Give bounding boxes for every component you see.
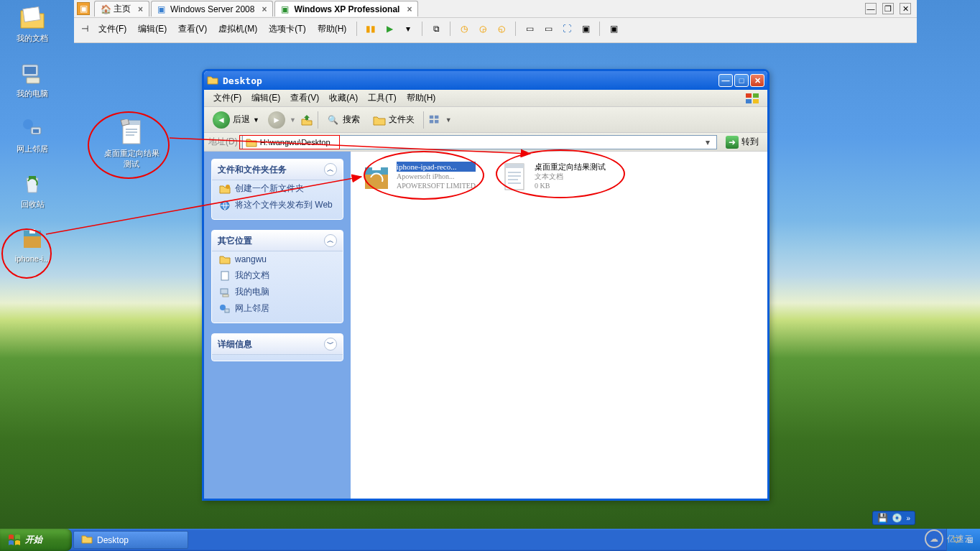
- close-icon[interactable]: ×: [262, 4, 267, 14]
- vm-tab-label: Windows XP Professional: [294, 4, 399, 14]
- vm-menu-file[interactable]: 文件(F): [94, 21, 131, 37]
- go-button[interactable]: ➜ 转到: [721, 134, 763, 150]
- go-label: 转到: [741, 136, 759, 148]
- close-button[interactable]: ✕: [900, 3, 911, 14]
- device-dropdown-icon[interactable]: »: [906, 514, 910, 522]
- tasks-header[interactable]: 文件和文件夹任务 ︿: [212, 159, 343, 180]
- vm-menu-vm[interactable]: 虚拟机(M): [214, 21, 262, 37]
- svg-rect-21: [435, 115, 438, 119]
- address-input[interactable]: [260, 138, 702, 147]
- start-button[interactable]: 开始: [0, 529, 72, 551]
- place-network[interactable]: 网上邻居: [212, 300, 343, 317]
- device-hdd-icon[interactable]: 💾: [877, 513, 888, 523]
- place-wangwu[interactable]: wangwu: [212, 251, 343, 267]
- tray-display-icon[interactable]: 🖥: [966, 535, 974, 545]
- maximize-button[interactable]: □: [734, 74, 749, 87]
- forward-icon: ►: [268, 111, 285, 129]
- power-play-icon[interactable]: ▶: [382, 21, 397, 37]
- titlebar[interactable]: Desktop — □ ✕: [204, 71, 767, 90]
- dropdown-icon[interactable]: ▼: [445, 116, 452, 124]
- snapshot-icon[interactable]: ⧉: [428, 21, 444, 37]
- computer-icon: [219, 287, 231, 298]
- menu-view[interactable]: 查看(V): [285, 91, 324, 106]
- menu-tools[interactable]: 工具(T): [363, 91, 401, 106]
- network-icon: [19, 115, 46, 142]
- close-icon[interactable]: ×: [407, 4, 412, 14]
- vm-tab-xp[interactable]: ▣ Windows XP Professional ×: [274, 1, 418, 17]
- views-button[interactable]: [428, 114, 441, 126]
- pin-icon[interactable]: ⊣: [78, 22, 91, 35]
- dropdown-icon[interactable]: ▾: [702, 137, 713, 147]
- console-icon[interactable]: ▭: [540, 21, 556, 37]
- other-places-header[interactable]: 其它位置 ︿: [212, 231, 343, 251]
- snapshot-take-icon[interactable]: ◷: [456, 21, 472, 37]
- icon-label: 桌面重定向结果测试: [103, 148, 160, 170]
- dropdown-icon[interactable]: ▼: [290, 116, 296, 124]
- file-desc: Apowersoft iPhon...: [397, 172, 476, 181]
- search-button[interactable]: 🔍 搜索: [323, 111, 364, 129]
- snapshot-revert-icon[interactable]: ◶: [475, 21, 491, 37]
- vm-tab-server2008[interactable]: ▣ Windows Server 2008 ×: [151, 1, 273, 17]
- minimize-button[interactable]: —: [865, 3, 877, 14]
- folders-button[interactable]: 文件夹: [369, 111, 419, 129]
- desktop-txtfile[interactable]: 桌面重定向结果测试: [103, 119, 160, 170]
- minimize-button[interactable]: —: [718, 74, 733, 87]
- tray-shield-icon[interactable]: 🛡: [953, 535, 961, 545]
- thumbnail-icon[interactable]: ▣: [606, 21, 621, 37]
- new-folder-icon: [219, 183, 231, 195]
- restore-button[interactable]: ❐: [882, 3, 894, 14]
- desktop-network[interactable]: 网上邻居: [4, 115, 60, 154]
- vm-library-icon[interactable]: ▣: [77, 2, 90, 15]
- vm-menu-view[interactable]: 查看(V): [174, 21, 211, 37]
- forward-button[interactable]: ►: [268, 111, 285, 129]
- vm-menu-edit[interactable]: 编辑(E): [134, 21, 171, 37]
- fullscreen-icon[interactable]: ⛶: [559, 21, 575, 37]
- file-iphone-reco[interactable]: iphone-ipad-reco... Apowersoft iPhon... …: [358, 159, 487, 196]
- power-pause-icon[interactable]: ▮▮: [363, 21, 379, 37]
- snapshot-manage-icon[interactable]: ◵: [494, 21, 509, 37]
- desktop-mydocs[interactable]: 我的文档: [4, 4, 60, 44]
- file-txt[interactable]: 桌面重定向结果测试 文本文档 0 KB: [496, 159, 625, 196]
- multimon-icon[interactable]: ▣: [578, 21, 593, 37]
- file-size: 0 KB: [535, 181, 606, 190]
- system-tray: 🛡 🖥: [946, 529, 980, 551]
- task-publish-web[interactable]: 将这个文件夹发布到 Web: [212, 197, 343, 213]
- menu-help[interactable]: 帮助(H): [402, 91, 441, 106]
- box-icon: [19, 226, 46, 253]
- close-button[interactable]: ✕: [750, 74, 764, 87]
- vm-menu-tabs[interactable]: 选项卡(T): [264, 21, 310, 37]
- windows-logo-icon: [7, 534, 22, 547]
- task-create-folder[interactable]: 创建一个新文件夹: [212, 180, 343, 197]
- folders-label: 文件夹: [389, 114, 415, 126]
- file-name: iphone-ipad-reco...: [397, 162, 476, 172]
- place-mydocs[interactable]: 我的文档: [212, 267, 343, 284]
- up-button[interactable]: [300, 114, 313, 126]
- desktop-mycomputer[interactable]: 我的电脑: [4, 60, 60, 99]
- details-header[interactable]: 详细信息 ﹀: [212, 334, 343, 355]
- details-panel: 详细信息 ﹀: [211, 333, 343, 361]
- explorer-menubar: 文件(F) 编辑(E) 查看(V) 收藏(A) 工具(T) 帮助(H): [204, 90, 767, 107]
- menu-favorites[interactable]: 收藏(A): [324, 91, 363, 106]
- vm-menu-help[interactable]: 帮助(H): [313, 21, 351, 37]
- back-button[interactable]: ◄ 后退 ▼: [208, 110, 264, 130]
- vm-tab-home[interactable]: 🏠 主页 ×: [94, 1, 149, 17]
- desktop-iphone-app[interactable]: iphone-i...: [4, 226, 60, 263]
- menu-file[interactable]: 文件(F): [208, 91, 246, 106]
- menu-edit[interactable]: 编辑(E): [246, 91, 285, 106]
- svg-rect-33: [372, 165, 381, 170]
- taskbar-task-desktop[interactable]: Desktop: [73, 531, 188, 549]
- address-field[interactable]: ▾: [242, 135, 717, 149]
- device-cd-icon[interactable]: 💿: [892, 513, 902, 523]
- power-menu-icon[interactable]: ▾: [400, 21, 416, 37]
- tasks-panel: 文件和文件夹任务 ︿ 创建一个新文件夹 将这个文件夹发布到 Web: [211, 159, 343, 220]
- header-label: 文件和文件夹任务: [218, 164, 287, 176]
- unity-icon[interactable]: ▭: [522, 21, 537, 37]
- desktop-recycle[interactable]: 回收站: [4, 170, 60, 210]
- close-icon[interactable]: ×: [138, 4, 143, 14]
- svg-rect-27: [221, 289, 228, 294]
- place-mycomputer[interactable]: 我的电脑: [212, 284, 343, 300]
- dropdown-icon: ▼: [253, 116, 259, 124]
- separator: [450, 22, 450, 36]
- explorer-content[interactable]: iphone-ipad-reco... Apowersoft iPhon... …: [351, 152, 767, 499]
- address-label: 地址(D): [208, 136, 238, 148]
